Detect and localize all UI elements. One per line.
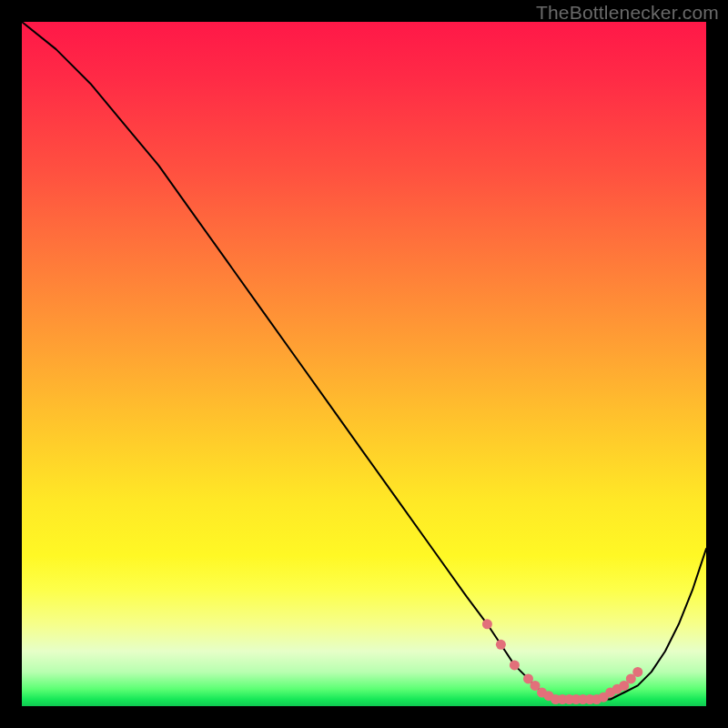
chart-plot-area [22,22,706,706]
curve-marker [632,667,642,677]
curve-marker [482,619,492,629]
bottleneck-curve [22,22,706,700]
watermark-text: TheBottlenecker.com [536,2,719,24]
chart-frame: TheBottlenecker.com [0,0,728,728]
curve-markers [482,619,642,704]
chart-svg-layer [22,22,706,706]
curve-marker [496,640,506,650]
curve-marker [510,660,520,670]
